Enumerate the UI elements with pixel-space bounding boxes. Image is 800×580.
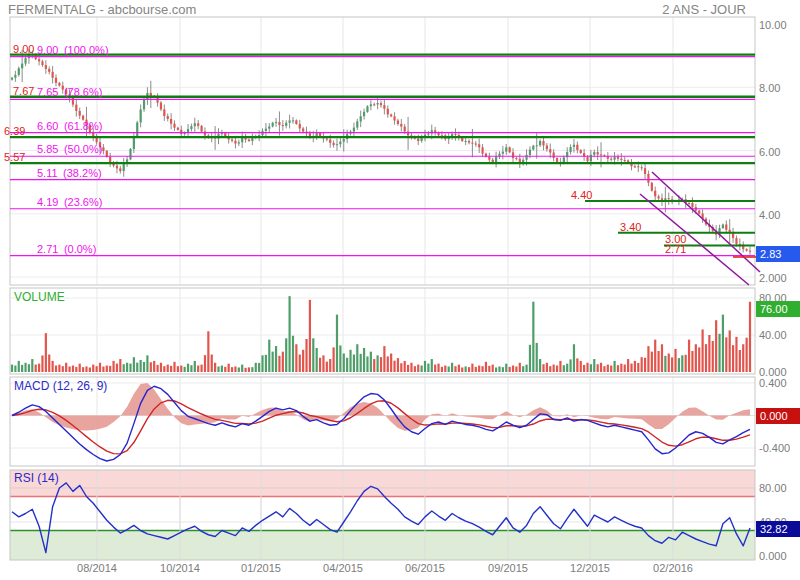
fibonacci-level-label: 2.71 (0.0%): [37, 243, 96, 255]
stock-chart-page: FERMENTALG - abcbourse.com 2 ANS - JOUR …: [0, 0, 800, 580]
date-axis-tick: 08/2014: [67, 562, 127, 574]
chart-title: FERMENTALG - abcbourse.com: [8, 2, 196, 17]
support-level-label: 7.67: [13, 85, 34, 97]
current-price-badge: 2.83: [756, 246, 800, 262]
price-axis-tick: 10.00: [759, 19, 787, 31]
macd-panel-title: MACD (12, 26, 9): [14, 379, 107, 393]
current-volume-badge: 76.00: [756, 301, 800, 317]
current-rsi-badge: 32.82: [756, 521, 800, 537]
fibonacci-level-label: 4.19 (23.6%): [37, 196, 102, 208]
support-level-label: 5.57: [4, 151, 25, 163]
date-axis-tick: 12/2015: [560, 562, 620, 574]
fibonacci-level-label: 5.85 (50.0%): [37, 143, 102, 155]
date-axis-tick: 02/2016: [643, 562, 703, 574]
price-chart-svg: [0, 0, 800, 580]
date-axis-tick: 04/2015: [313, 562, 373, 574]
volume-panel-title: VOLUME: [14, 290, 65, 304]
date-axis-tick: 09/2015: [478, 562, 538, 574]
support-level-label: 9.00: [13, 43, 34, 55]
fibonacci-level-label: 5.11 (38.2%): [37, 167, 102, 179]
price-axis-tick: 2.000: [759, 272, 787, 284]
timeframe-label: 2 ANS - JOUR: [662, 2, 746, 17]
support-level-label: 2.71: [665, 243, 686, 255]
rsi-axis-tick: 80.00: [759, 482, 787, 494]
support-level-label: 3.40: [620, 221, 641, 233]
price-axis-tick: 6.00: [759, 146, 780, 158]
rsi-axis-tick: 0.000: [759, 550, 787, 562]
date-axis-tick: 01/2015: [231, 562, 291, 574]
macd-axis-tick: -0.400: [759, 442, 790, 454]
fibonacci-level-label: 6.60 (61.8%): [37, 120, 102, 132]
price-axis-tick: 4.00: [759, 209, 780, 221]
support-level-label: 4.40: [571, 189, 592, 201]
current-macd-badge: 0.000: [756, 408, 800, 424]
date-axis-tick: 10/2014: [150, 562, 210, 574]
date-axis-tick: 06/2015: [395, 562, 455, 574]
fibonacci-level-label: 7.65 (78.6%): [37, 86, 102, 98]
fibonacci-level-label: 9.00 (100.0%): [37, 44, 109, 56]
macd-axis-tick: 0.400: [759, 377, 787, 389]
price-axis-tick: 8.00: [759, 82, 780, 94]
support-level-label: 6.39: [4, 125, 25, 137]
rsi-panel-title: RSI (14): [14, 471, 59, 485]
volume-axis-tick: 40.00: [759, 329, 787, 341]
